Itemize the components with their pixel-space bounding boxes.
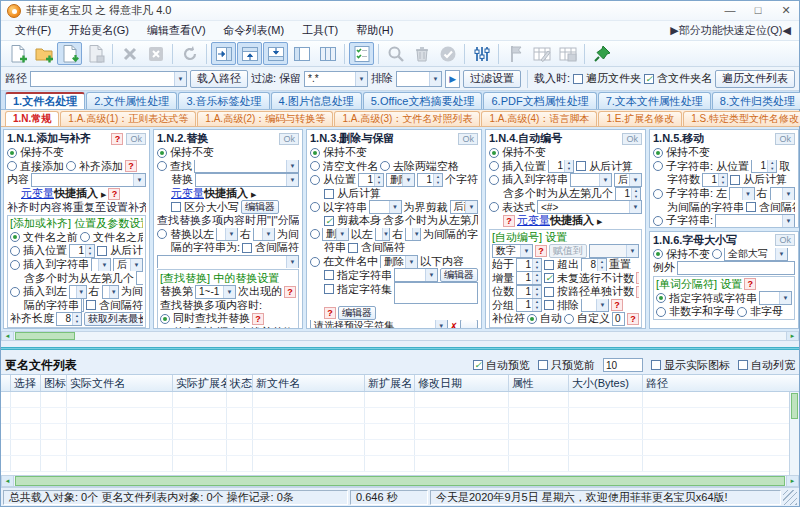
- radio-option[interactable]: 自动: [527, 312, 562, 326]
- menu-item-command-list[interactable]: 命令列表(M): [216, 22, 293, 39]
- help-button[interactable]: ?: [324, 307, 336, 319]
- subtab-adv1-regex[interactable]: 1.A.高级(1)：正则表达式等: [60, 111, 196, 126]
- combo-box[interactable]: ▼: [69, 285, 87, 299]
- combo-box[interactable]: ▼: [369, 200, 402, 214]
- subtab-normal[interactable]: 1.N.常规: [5, 111, 59, 126]
- col-size-bytes[interactable]: 大小(Bytes): [569, 375, 643, 391]
- combo-box[interactable]: ▼: [759, 291, 792, 305]
- menu-item-start-rename[interactable]: 开始更名(G): [61, 22, 137, 39]
- col-path[interactable]: 路径: [643, 375, 799, 391]
- col-modified-date[interactable]: 修改日期: [415, 375, 509, 391]
- combo-box[interactable]: ▼: [581, 299, 609, 313]
- radio-option[interactable]: 清空文件名: [310, 160, 378, 174]
- ok-button[interactable]: Ok: [126, 133, 146, 145]
- checkbox[interactable]: 含间隔符: [86, 299, 143, 313]
- quick-locate-menu[interactable]: ▶部分功能快速定位(Q)◀: [670, 23, 793, 38]
- combo-box[interactable]: ▼: [570, 173, 612, 187]
- auto-preview-checkbox[interactable]: ✓自动预览: [473, 358, 530, 373]
- combo-box[interactable]: 数字▼: [492, 244, 533, 258]
- col-new-ext[interactable]: 新扩展名: [365, 375, 415, 391]
- pin-icon[interactable]: [589, 42, 614, 65]
- table-row[interactable]: [1, 424, 789, 440]
- button[interactable]: …: [460, 320, 478, 329]
- scrollbar-thumb[interactable]: [791, 393, 798, 419]
- radio-option[interactable]: 插入位置: [10, 244, 67, 258]
- auto-column-width-checkbox[interactable]: 自动列宽: [738, 358, 795, 373]
- checkbox[interactable]: ✓剪裁本身: [324, 214, 381, 228]
- button[interactable]: 编辑器: [241, 200, 279, 214]
- menu-item-file[interactable]: 文件(F): [7, 22, 59, 39]
- show-bottom-panel-icon[interactable]: [263, 42, 288, 65]
- subtab-adv4-script[interactable]: 1.A.高级(4)：语言脚本: [481, 111, 597, 126]
- combo-box[interactable]: ▼: [91, 258, 111, 272]
- tab-image-info[interactable]: 4.图片信息处理: [271, 92, 362, 109]
- combo-box[interactable]: ▼: [375, 228, 391, 242]
- combo-box[interactable]: 后▼: [614, 173, 642, 187]
- number-spinner[interactable]: 1▲▼: [136, 271, 143, 285]
- radio-option[interactable]: 插入到字符串: [10, 258, 89, 272]
- help-button[interactable]: ?: [744, 278, 756, 290]
- checkbox[interactable]: 含间隔符: [746, 200, 795, 214]
- show-real-icons-checkbox[interactable]: 显示实际图标: [651, 358, 730, 373]
- help-button[interactable]: ?: [535, 245, 547, 257]
- combo-box[interactable]: 请选择预设字符集▼: [310, 320, 448, 329]
- radio-option[interactable]: 保持不变: [310, 146, 367, 160]
- radio-option[interactable]: 非字母: [737, 305, 783, 319]
- radio-option[interactable]: 指定字符或字符串: [656, 291, 757, 305]
- checkbox[interactable]: 指定字符串: [324, 268, 392, 282]
- keep-filter-combobox[interactable]: *.*▼: [304, 71, 368, 87]
- include-folder-names-checkbox[interactable]: ✓含文件夹名: [644, 71, 712, 86]
- chevron-down-icon[interactable]: ▼: [429, 72, 441, 86]
- delete-icon[interactable]: [117, 42, 142, 65]
- columns-icon[interactable]: [315, 42, 340, 65]
- tab-music-tag[interactable]: 3.音乐标签处理: [178, 92, 269, 109]
- text-input[interactable]: 0: [612, 312, 625, 326]
- scroll-right-icon[interactable]: ►: [786, 476, 798, 486]
- ok-button[interactable]: Ok: [458, 133, 478, 145]
- filter-sliders-icon[interactable]: [469, 42, 494, 65]
- preview-first-checkbox[interactable]: 只预览前: [538, 358, 595, 373]
- show-right-panel-icon[interactable]: [211, 42, 236, 65]
- col-attributes[interactable]: 属性: [509, 375, 569, 391]
- radio-option[interactable]: 自定义: [564, 312, 610, 326]
- radio-option[interactable]: 直接添加: [7, 160, 64, 174]
- number-spinner[interactable]: 1▲▼: [615, 187, 641, 201]
- help-button[interactable]: ?: [252, 313, 264, 325]
- apply-check-icon[interactable]: [435, 42, 460, 65]
- col-row-selector[interactable]: [1, 375, 11, 391]
- checkbox[interactable]: 区分大小写: [171, 200, 239, 214]
- radio-option[interactable]: 表达式: [489, 200, 535, 214]
- table-row[interactable]: [1, 440, 789, 456]
- checkbox[interactable]: 指定字符集: [324, 282, 392, 297]
- table-row[interactable]: [1, 392, 789, 408]
- exclude-filter-combobox[interactable]: ▼: [396, 71, 442, 87]
- radio-option[interactable]: 非数字和字母: [656, 305, 735, 319]
- load-path-button[interactable]: 载入路径: [190, 70, 248, 88]
- col-new-name[interactable]: 新文件名: [253, 375, 365, 391]
- checkbox[interactable]: 从后计算: [324, 187, 381, 201]
- button[interactable]: 获取列表最长: [84, 312, 143, 326]
- menu-item-edit-view[interactable]: 编辑查看(V): [139, 22, 214, 39]
- subtab-extension[interactable]: 1.E.扩展名修改: [598, 111, 682, 126]
- scrollbar-thumb[interactable]: [15, 476, 785, 486]
- combo-box[interactable]: ▼: [195, 173, 299, 187]
- col-actual-name[interactable]: 实际文件名: [67, 375, 173, 391]
- radio-option[interactable]: [712, 249, 722, 259]
- checklist-icon[interactable]: [349, 42, 374, 65]
- radio-option[interactable]: 子字符串:: [653, 214, 713, 228]
- remove-all-icon[interactable]: [143, 42, 168, 65]
- radio-option[interactable]: 保持不变: [653, 146, 710, 160]
- panels-horizontal-scrollbar[interactable]: ◄ ►: [1, 331, 799, 341]
- tab-text-attr[interactable]: 7.文本文件属性处理: [598, 92, 711, 109]
- radio-option[interactable]: 同时查找并替换: [160, 312, 250, 326]
- radio-option[interactable]: 文件名之后: [80, 231, 143, 245]
- combo-box[interactable]: ▼: [405, 228, 421, 242]
- number-spinner[interactable]: 1▲▼: [751, 160, 777, 174]
- number-spinner[interactable]: 1▲▼: [69, 244, 95, 258]
- ok-button[interactable]: Ok: [279, 133, 299, 145]
- radio-option[interactable]: 子字符串: 从位置: [653, 160, 749, 174]
- text-input[interactable]: [394, 282, 478, 304]
- scroll-right-icon[interactable]: ►: [786, 332, 798, 340]
- radio-option[interactable]: 文件名之前: [10, 231, 78, 245]
- number-spinner[interactable]: 1▲▼: [417, 173, 443, 187]
